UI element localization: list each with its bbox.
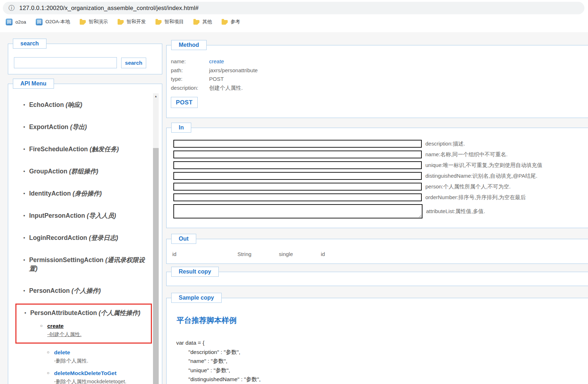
menu-item-personattributeaction[interactable]: ● PersonAttributeAction (个人属性操作) — [24, 309, 151, 317]
method-legend: Method — [171, 40, 207, 50]
in-field-ordernumber[interactable] — [173, 193, 422, 201]
circle-bullet-icon: ○ — [47, 369, 49, 384]
sample-heading: 平台推荐脚本样例 — [167, 298, 588, 325]
in-field-person[interactable] — [173, 183, 422, 191]
menu-item-permissionsettingaction[interactable]: ● PermissionSettingAction (通讯录权限设置) — [23, 256, 149, 273]
bookmark-folder-2[interactable]: 智和开发 — [118, 19, 146, 25]
bookmarks-bar: 回 o2oa 回 O2OA-本地 智和演示 智和开发 智和项目 其他 参考 — [0, 14, 588, 29]
address-bar[interactable]: ⓘ 127.0.0.1:20020/x_organization_assembl… — [3, 2, 584, 14]
bookmark-folder-3[interactable]: 智和项目 — [155, 19, 184, 25]
search-fieldset: search search — [8, 44, 162, 74]
in-row-attributelist: attributeList:属性值,多值. — [173, 204, 588, 218]
in-row-ordernumber: orderNumber:排序号,升序排列,为空在最后 — [173, 193, 588, 201]
bookmark-o2oa[interactable]: 回 o2oa — [6, 19, 26, 25]
bookmark-folder-1[interactable]: 智和演示 — [80, 19, 108, 25]
bullet-icon: ● — [23, 189, 25, 198]
right-panel: Method name: create path: jaxrs/personat… — [166, 32, 588, 384]
submenu-desc-deletemockdeletetoget: -删除个人属性mockdeletetoget. — [54, 378, 126, 384]
sample-code-block: var data = { "description" : "参数", "name… — [176, 338, 588, 384]
method-type-value: POST — [209, 75, 224, 84]
bullet-icon: ● — [23, 256, 25, 273]
result-copy-fieldset: Result copy — [166, 272, 588, 286]
method-row-path: path: jaxrs/personattribute — [171, 66, 588, 75]
menu-item-echoaction[interactable]: ● EchoAction (响应) — [23, 100, 149, 109]
bullet-icon: ● — [23, 123, 25, 131]
method-path-value: jaxrs/personattribute — [209, 66, 258, 75]
folder-icon — [193, 20, 199, 25]
menu-item-loginrecordaction[interactable]: ● LoginRecordAction (登录日志) — [23, 233, 149, 242]
menu-item-inputpersonaction[interactable]: ● InputPersonAction (导入人员) — [23, 211, 149, 220]
bookmark-folder-4[interactable]: 其他 — [193, 19, 212, 25]
folder-icon — [222, 20, 228, 25]
code-line: "distinguishedName" : "参数", — [176, 375, 588, 384]
browser-chrome: ⓘ 127.0.0.1:20020/x_organization_assembl… — [0, 2, 588, 32]
menu-scrollbar[interactable]: ▲ — [153, 93, 159, 384]
menu-item-groupaction[interactable]: ● GroupAction (群组操作) — [23, 167, 149, 176]
sample-copy-legend: Sample copy — [171, 293, 222, 303]
in-row-person: person:个人属性所属个人,不可为空. — [173, 183, 588, 191]
method-row-description: description: 创建个人属性. — [171, 84, 588, 93]
search-input[interactable] — [14, 57, 117, 68]
bullet-icon: ● — [24, 309, 26, 317]
code-line: "unique" : "参数", — [176, 366, 588, 375]
search-legend: search — [13, 39, 46, 49]
circle-bullet-icon: ○ — [40, 322, 43, 338]
folder-icon — [155, 20, 162, 25]
in-field-name[interactable] — [173, 151, 422, 158]
code-line: "name" : "参数", — [176, 356, 588, 366]
in-field-description[interactable] — [173, 140, 422, 148]
search-button[interactable]: search — [121, 58, 146, 68]
bullet-icon: ● — [23, 286, 25, 295]
in-row-unique: unique:唯一标识,不可重复,为空则使用自动填充值 — [173, 161, 588, 169]
bullet-icon: ● — [23, 167, 25, 176]
scroll-up-arrow-icon[interactable]: ▲ — [153, 93, 159, 99]
page-info-icon[interactable]: ⓘ — [9, 5, 15, 11]
out-fieldset: Out id String single id — [166, 239, 588, 264]
bullet-icon: ● — [23, 145, 25, 153]
bullet-icon: ● — [23, 233, 25, 242]
bullet-icon: ● — [23, 100, 25, 109]
scrollbar-thumb[interactable] — [153, 148, 159, 384]
submenu-item-deletemockdeletetoget: ○ deleteMockDeleteToGet -删除个人属性mockdelet… — [31, 369, 144, 384]
in-row-name: name:名称,同一个组织中不可重名. — [173, 151, 588, 158]
in-legend: In — [171, 123, 191, 133]
out-cell-id: id — [172, 251, 236, 257]
api-menu-list: ● EchoAction (响应) ● ExportAction (导出) ● … — [8, 84, 162, 384]
in-field-distinguishedname[interactable] — [173, 172, 422, 180]
in-row-description: description:描述. — [173, 140, 588, 148]
menu-item-identityaction[interactable]: ● IdentityAction (身份操作) — [23, 189, 149, 198]
url-text: 127.0.0.1:20020/x_organization_assemble_… — [19, 5, 199, 11]
o2oa-logo-icon: 回 — [36, 19, 43, 25]
post-button[interactable]: POST — [171, 97, 198, 108]
out-result-row: id String single id — [167, 239, 588, 257]
bullet-icon: ● — [23, 211, 25, 220]
o2oa-logo-icon: 回 — [6, 19, 13, 25]
folder-icon — [80, 20, 86, 25]
submenu-item-delete: ○ delete -删除个人属性. — [31, 349, 144, 364]
in-field-unique[interactable] — [173, 161, 422, 169]
circle-bullet-icon: ○ — [47, 349, 49, 364]
menu-item-firescheduleaction[interactable]: ● FireScheduleAction (触发任务) — [23, 145, 149, 153]
submenu-link-create[interactable]: create — [47, 323, 64, 329]
selection-highlight-box: ● PersonAttributeAction (个人属性操作) ○ creat… — [15, 304, 152, 344]
api-menu-fieldset: API Menu ● EchoAction (响应) ● ExportActio… — [8, 84, 162, 384]
in-row-distinguishedname: distinguishedName:识别名,自动填充,@PA结尾. — [173, 172, 588, 180]
method-label: path: — [171, 66, 209, 75]
method-name-link[interactable]: create — [209, 57, 224, 66]
code-line: "description" : "参数", — [176, 348, 588, 357]
bookmark-folder-5[interactable]: 参考 — [222, 19, 240, 25]
method-description-value: 创建个人属性. — [209, 84, 243, 93]
out-legend: Out — [171, 234, 196, 244]
menu-item-personaction[interactable]: ● PersonAction (个人操作) — [23, 286, 149, 295]
submenu-link-deletemockdeletetoget[interactable]: deleteMockDeleteToGet — [54, 370, 117, 376]
submenu-link-delete[interactable]: delete — [54, 349, 70, 355]
menu-group-personattributeaction: ● PersonAttributeAction (个人属性操作) ○ creat… — [23, 304, 149, 384]
bookmark-o2oa-local[interactable]: 回 O2OA-本地 — [36, 19, 70, 25]
menu-item-exportaction[interactable]: ● ExportAction (导出) — [23, 123, 149, 131]
method-label: type: — [171, 75, 209, 84]
method-row-name: name: create — [171, 57, 588, 66]
submenu-item-create: ○ create -创建个人属性. — [24, 322, 151, 338]
api-menu-legend: API Menu — [13, 79, 54, 89]
method-label: name: — [171, 57, 209, 66]
in-field-attributelist[interactable] — [173, 204, 423, 218]
